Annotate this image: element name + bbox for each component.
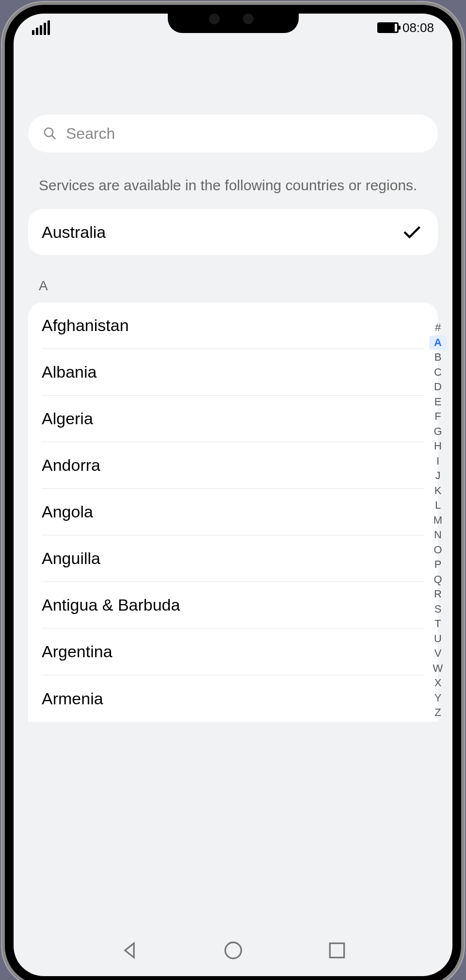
search-bar[interactable] — [28, 115, 438, 152]
alpha-index-letter[interactable]: F — [429, 409, 447, 424]
alpha-index-letter[interactable]: A — [429, 335, 447, 350]
battery-icon — [377, 22, 399, 33]
svg-marker-2 — [125, 943, 133, 957]
search-input[interactable] — [66, 125, 423, 143]
list-item[interactable]: Anguilla — [42, 535, 424, 582]
alpha-index-letter[interactable]: G — [429, 424, 447, 439]
section-header: A — [14, 255, 452, 302]
alpha-index-letter[interactable]: M — [429, 513, 447, 528]
alpha-index-letter[interactable]: O — [429, 543, 447, 558]
alpha-index-letter[interactable]: R — [429, 587, 447, 602]
status-left — [32, 20, 50, 35]
alpha-index-letter[interactable]: B — [429, 350, 447, 365]
alpha-index-letter[interactable]: Z — [429, 705, 447, 720]
svg-point-3 — [225, 943, 241, 959]
signal-icon — [32, 20, 50, 35]
country-list: Afghanistan Albania Algeria Andorra Ango… — [28, 302, 438, 722]
list-item[interactable]: Argentina — [42, 629, 424, 675]
alpha-index-letter[interactable]: P — [429, 557, 447, 572]
phone-screen: 08:08 Services are available in the foll… — [14, 14, 452, 976]
alpha-index-letter[interactable]: W — [429, 661, 447, 676]
alpha-index-letter[interactable]: N — [429, 528, 447, 543]
alpha-index-letter[interactable]: # — [429, 320, 447, 335]
phone-notch — [168, 5, 299, 33]
alpha-index-letter[interactable]: C — [429, 365, 447, 380]
alpha-index[interactable]: #ABCDEFGHIJKLMNOPQRSTUVWXYZ — [429, 320, 447, 720]
list-item-label: Angola — [42, 502, 93, 521]
info-text: Services are available in the following … — [14, 152, 452, 209]
alpha-index-letter[interactable]: D — [429, 380, 447, 395]
nav-home-icon[interactable] — [223, 940, 244, 961]
selected-country-label: Australia — [42, 223, 106, 242]
content-area: Services are available in the following … — [14, 42, 452, 932]
list-item[interactable]: Armenia — [42, 675, 424, 722]
header-space — [14, 42, 452, 115]
list-item-label: Argentina — [42, 642, 112, 661]
svg-point-0 — [45, 128, 53, 137]
alpha-index-letter[interactable]: X — [429, 676, 447, 691]
alpha-index-letter[interactable]: V — [429, 646, 447, 661]
list-item-label: Albania — [42, 363, 96, 382]
list-item[interactable]: Afghanistan — [42, 302, 424, 349]
phone-frame: 08:08 Services are available in the foll… — [5, 5, 461, 980]
system-nav-bar — [14, 933, 452, 967]
alpha-index-letter[interactable]: J — [429, 468, 447, 483]
list-item-label: Andorra — [42, 456, 100, 475]
nav-recent-icon[interactable] — [326, 940, 348, 961]
alpha-index-letter[interactable]: L — [429, 498, 447, 513]
checkmark-icon — [401, 222, 421, 242]
search-icon — [43, 126, 57, 141]
svg-rect-4 — [330, 943, 344, 957]
list-item-label: Afghanistan — [42, 316, 129, 335]
status-right: 08:08 — [377, 20, 434, 35]
list-item-label: Antigua & Barbuda — [42, 596, 180, 615]
alpha-index-letter[interactable]: U — [429, 631, 447, 647]
alpha-index-letter[interactable]: K — [429, 483, 447, 498]
alpha-index-letter[interactable]: E — [429, 395, 447, 410]
nav-back-icon[interactable] — [119, 940, 140, 961]
alpha-index-letter[interactable]: Y — [429, 691, 447, 706]
list-item[interactable]: Andorra — [42, 442, 424, 489]
alpha-index-letter[interactable]: I — [429, 454, 447, 469]
alpha-index-letter[interactable]: Q — [429, 572, 447, 587]
list-item[interactable]: Angola — [42, 489, 424, 535]
list-item[interactable]: Algeria — [42, 396, 424, 442]
selected-country-card[interactable]: Australia — [28, 209, 438, 255]
list-item[interactable]: Antigua & Barbuda — [42, 582, 424, 629]
alpha-index-letter[interactable]: S — [429, 602, 447, 617]
status-clock: 08:08 — [402, 20, 434, 35]
list-item-label: Armenia — [42, 689, 103, 708]
svg-line-1 — [52, 135, 56, 139]
list-item-label: Algeria — [42, 409, 93, 428]
alpha-index-letter[interactable]: H — [429, 439, 447, 454]
list-item-label: Anguilla — [42, 549, 100, 568]
list-item[interactable]: Albania — [42, 349, 424, 396]
alpha-index-letter[interactable]: T — [429, 616, 447, 631]
